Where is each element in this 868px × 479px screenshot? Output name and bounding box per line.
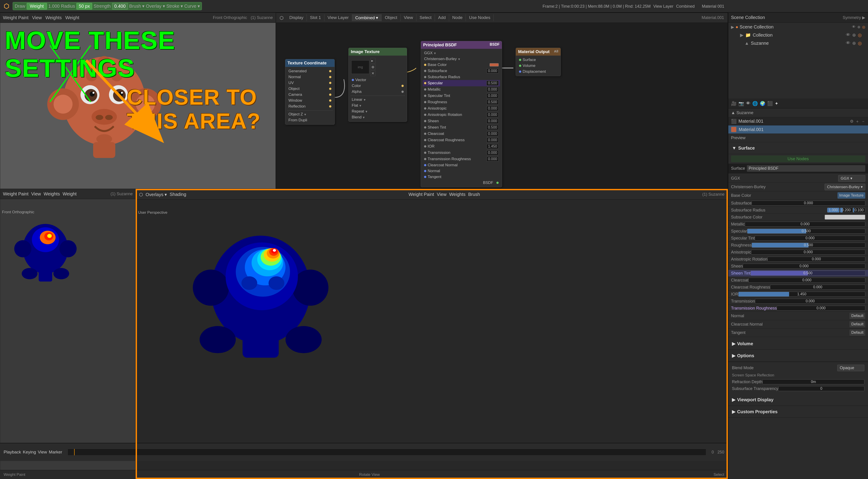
- strength-input[interactable]: [112, 3, 128, 9]
- vp-bl-weights[interactable]: Weights: [43, 191, 60, 197]
- tab-combined[interactable]: Combined ▾: [352, 14, 382, 21]
- normal-value[interactable]: Default: [849, 313, 865, 319]
- eye-icon[interactable]: 👁: [852, 25, 856, 29]
- ss-radius-bar1[interactable]: 1.000: [827, 207, 839, 213]
- cursor-icon2[interactable]: ⊕: [852, 32, 856, 38]
- particles-tab[interactable]: ✦: [775, 101, 778, 106]
- shader-row-transmission-roughness[interactable]: Transmission Roughness 0.000: [728, 305, 868, 312]
- weight-input[interactable]: [27, 3, 47, 9]
- mat-add-icon[interactable]: ＋: [855, 119, 860, 124]
- node-editor-header[interactable]: ⬡ Display Slot 1 View Layer Combined ▾ O…: [276, 13, 727, 23]
- shader-row-roughness[interactable]: Roughness 0.500: [728, 242, 868, 249]
- shader-row-ggx[interactable]: GGX GGX ▾: [728, 174, 868, 183]
- viewport-bottom-center[interactable]: ⬡ Overlays ▾ Shading Weight Paint View W…: [135, 189, 728, 479]
- eye-icon3[interactable]: 👁: [846, 40, 850, 46]
- shader-row-aniso-rot[interactable]: Anisotropic Rotation 0.000: [728, 256, 868, 263]
- shader-row-tangent[interactable]: Tangent Default: [728, 328, 868, 337]
- tab-node[interactable]: Node: [449, 14, 466, 21]
- vp-bl-weight[interactable]: Weight: [63, 191, 76, 197]
- tab-usenodes[interactable]: Use Nodes: [466, 14, 494, 21]
- node-tc-footer[interactable]: Object Z ▾ From Dupli: [287, 110, 333, 123]
- volume-title[interactable]: ▶ Volume: [732, 340, 864, 348]
- node-linear[interactable]: Linear▾: [350, 97, 405, 103]
- ss-color-swatch[interactable]: [825, 215, 865, 220]
- ss-transparency-bar[interactable]: 0: [778, 386, 864, 391]
- refraction-depth-row[interactable]: Refraction Depth 0m: [732, 379, 864, 385]
- options-section[interactable]: ▶ Options: [728, 350, 868, 362]
- mat-tab-active[interactable]: ⬛: [767, 101, 773, 106]
- render-icon2[interactable]: ◎: [858, 32, 862, 38]
- clearcoat-bar[interactable]: 0.000: [748, 278, 865, 283]
- node-image-controls[interactable]: img ▸ ⊕ ✕: [350, 57, 405, 77]
- shader-row-ss-color[interactable]: Subsurface Color: [728, 214, 868, 221]
- eye-icon2[interactable]: 👁: [846, 32, 850, 38]
- shader-row-clearcoat[interactable]: Clearcoat 0.000: [728, 277, 868, 284]
- vp-bc-view[interactable]: View: [437, 192, 446, 197]
- node-image-buttons[interactable]: ▸ ⊕ ✕: [370, 58, 375, 76]
- render-icon3[interactable]: ◎: [858, 40, 862, 46]
- world-tab[interactable]: 🌍: [760, 101, 765, 106]
- vp-view-btn[interactable]: View: [32, 15, 42, 20]
- shader-row-cc-normal[interactable]: Clearcoat Normal Default: [728, 320, 868, 328]
- screen-space-reflection-row[interactable]: Screen Space Reflection: [732, 372, 864, 379]
- roughness-bar[interactable]: 0.500: [752, 243, 865, 248]
- shader-row-subsurface[interactable]: Subsurface 0.000: [728, 200, 868, 207]
- shader-row-transmission[interactable]: Transmission 0.000: [728, 298, 868, 305]
- transmission-roughness-bar[interactable]: 0.000: [777, 306, 865, 311]
- brush-btn[interactable]: Brush ▾: [129, 3, 145, 9]
- mat-props-icon-bar[interactable]: 🎥 📷 👁 🌐 🌍 ⬛ ✦: [728, 98, 868, 108]
- metallic-bar[interactable]: 0.000: [745, 222, 865, 227]
- blend-mode-row[interactable]: Blend Mode Opaque: [732, 364, 864, 372]
- node-img-btn2[interactable]: ⊕: [370, 64, 375, 70]
- tab-add[interactable]: Add: [435, 14, 449, 21]
- use-nodes-row[interactable]: Use Nodes: [728, 154, 868, 164]
- vp-bc-weights[interactable]: Weights: [449, 192, 465, 197]
- viewport-display-section[interactable]: ▶ Viewport Display: [728, 394, 868, 406]
- scene-tab[interactable]: 🌐: [752, 101, 758, 106]
- shader-row-metallic[interactable]: Metallic 0.000: [728, 221, 868, 228]
- blend-section[interactable]: Blend Mode Opaque Screen Space Reflectio…: [728, 362, 868, 394]
- shader-row-ior[interactable]: IOR 1.450: [728, 291, 868, 298]
- material-properties-panel[interactable]: 🎥 📷 👁 🌐 🌍 ⬛ ✦ ▲ Suzanne ⬛ Material.001 ⚙…: [728, 98, 868, 479]
- timeline-marker[interactable]: Marker: [49, 450, 62, 455]
- stroke-btn[interactable]: Stroke ▾: [166, 3, 183, 9]
- mat-surface-title[interactable]: ▼ Surface: [732, 144, 864, 152]
- shader-row-christensen[interactable]: Christensen-Burley Christensen-Burley ▾: [728, 183, 868, 191]
- vp-bc-header[interactable]: ⬡ Overlays ▾ Shading Weight Paint View W…: [136, 190, 727, 199]
- vp-weights-btn[interactable]: Weights: [45, 15, 62, 20]
- sheen-tint-bar[interactable]: 0.500: [750, 271, 865, 276]
- shader-row-normal[interactable]: Normal Default: [728, 312, 868, 320]
- volume-section[interactable]: ▶ Volume: [728, 338, 868, 350]
- viewport-bottom-left[interactable]: Weight Paint View Weights Weight (1) Suz…: [0, 189, 135, 479]
- custom-props-title[interactable]: ▶ Custom Properties: [732, 408, 864, 416]
- tab-viewlayer[interactable]: View Layer: [324, 14, 352, 21]
- suzanne-item[interactable]: ▲ Suzanne 👁 ⊕ ◎: [737, 39, 865, 47]
- sheen-bar[interactable]: 0.000: [743, 264, 865, 269]
- vp-bc-shading[interactable]: Shading: [169, 192, 186, 197]
- shader-row-basecolor[interactable]: Base Color Image Texture: [728, 191, 868, 200]
- ggx-select[interactable]: GGX ▾: [838, 175, 865, 182]
- vp-bc-overlays[interactable]: Overlays ▾: [146, 192, 167, 197]
- vp-weight-btn[interactable]: Weight: [65, 15, 79, 20]
- mat-name[interactable]: Material.001: [739, 119, 848, 124]
- node-blend[interactable]: Blend▾: [350, 114, 405, 120]
- tab-display[interactable]: Display: [286, 14, 307, 21]
- scene-symmetry[interactable]: Symmetry ▶: [843, 15, 865, 20]
- timeline[interactable]: Playback Keying View Marker 0 250: [0, 443, 728, 461]
- render-tab[interactable]: 🎥: [731, 101, 737, 106]
- ss-transparency-row[interactable]: Subsurface Transparency 0: [732, 385, 864, 392]
- mat-list-item-1[interactable]: Material.001: [728, 125, 868, 134]
- vp-bc-brush[interactable]: Brush: [468, 192, 480, 197]
- node-object-select[interactable]: Object Z ▾: [287, 111, 333, 117]
- node-image-options[interactable]: Linear▾ Flat▾ Repeat▾ Blend▾: [350, 96, 405, 120]
- subsurface-bar[interactable]: 0.000: [752, 201, 865, 205]
- cc-normal-value[interactable]: Default: [849, 321, 865, 327]
- node-image-preview[interactable]: img: [351, 60, 369, 74]
- node-editor[interactable]: ⬡ Display Slot 1 View Layer Combined ▾ O…: [276, 13, 728, 189]
- node-img-btn1[interactable]: ▸: [370, 58, 375, 63]
- specular-bar[interactable]: 0.500: [747, 229, 865, 234]
- node-img-btn3[interactable]: ✕: [370, 70, 375, 76]
- mat-remove-icon[interactable]: －: [861, 119, 865, 124]
- ss-radius-bar2[interactable]: 0.200: [840, 207, 852, 213]
- output-tab[interactable]: 📷: [739, 101, 744, 106]
